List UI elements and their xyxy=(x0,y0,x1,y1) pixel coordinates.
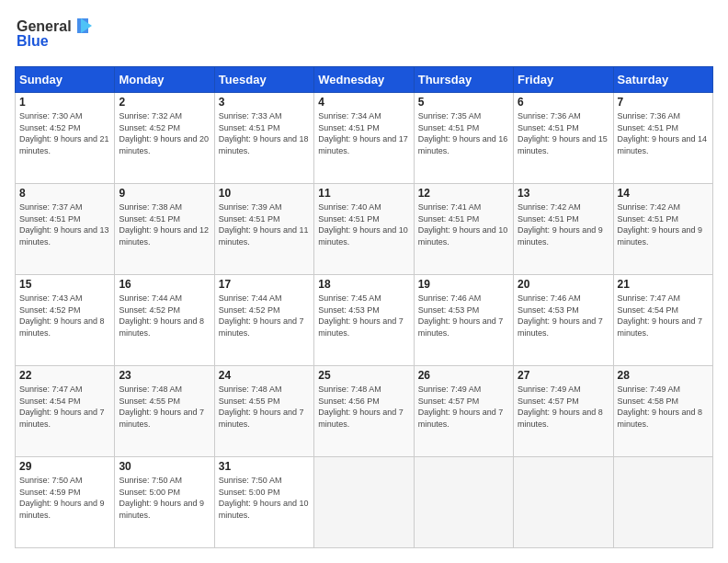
calendar-day-cell xyxy=(613,457,712,548)
calendar-day-cell xyxy=(314,457,414,548)
day-number: 6 xyxy=(518,96,609,109)
calendar-week-row: 8 Sunrise: 7:37 AMSunset: 4:51 PMDayligh… xyxy=(16,184,713,275)
day-number: 21 xyxy=(618,278,709,291)
calendar-day-cell: 15 Sunrise: 7:43 AMSunset: 4:52 PMDaylig… xyxy=(16,275,115,366)
day-info: Sunrise: 7:50 AMSunset: 5:00 PMDaylight:… xyxy=(219,475,310,521)
day-number: 18 xyxy=(318,278,409,291)
day-number: 27 xyxy=(518,369,609,382)
day-number: 23 xyxy=(119,369,210,382)
weekday-header-cell: Friday xyxy=(514,67,613,93)
day-number: 15 xyxy=(19,278,110,291)
calendar-day-cell: 3 Sunrise: 7:33 AMSunset: 4:51 PMDayligh… xyxy=(214,93,313,184)
calendar-day-cell: 18 Sunrise: 7:45 AMSunset: 4:53 PMDaylig… xyxy=(314,275,414,366)
day-info: Sunrise: 7:45 AMSunset: 4:53 PMDaylight:… xyxy=(318,293,409,339)
weekday-header-cell: Tuesday xyxy=(214,67,313,93)
header: General Blue xyxy=(15,15,713,57)
calendar-day-cell: 12 Sunrise: 7:41 AMSunset: 4:51 PMDaylig… xyxy=(414,184,513,275)
day-number: 17 xyxy=(219,278,310,291)
day-info: Sunrise: 7:49 AMSunset: 4:58 PMDaylight:… xyxy=(618,384,709,430)
calendar-day-cell: 9 Sunrise: 7:38 AMSunset: 4:51 PMDayligh… xyxy=(115,184,214,275)
day-info: Sunrise: 7:36 AMSunset: 4:51 PMDaylight:… xyxy=(518,110,609,156)
day-info: Sunrise: 7:30 AMSunset: 4:52 PMDaylight:… xyxy=(19,110,110,156)
calendar-day-cell: 26 Sunrise: 7:49 AMSunset: 4:57 PMDaylig… xyxy=(414,366,513,457)
calendar-day-cell: 14 Sunrise: 7:42 AMSunset: 4:51 PMDaylig… xyxy=(613,184,712,275)
logo: General Blue xyxy=(15,15,97,57)
day-info: Sunrise: 7:47 AMSunset: 4:54 PMDaylight:… xyxy=(19,384,110,430)
calendar-day-cell: 22 Sunrise: 7:47 AMSunset: 4:54 PMDaylig… xyxy=(16,366,115,457)
calendar-day-cell: 13 Sunrise: 7:42 AMSunset: 4:51 PMDaylig… xyxy=(514,184,613,275)
day-info: Sunrise: 7:40 AMSunset: 4:51 PMDaylight:… xyxy=(318,201,409,247)
calendar-day-cell: 31 Sunrise: 7:50 AMSunset: 5:00 PMDaylig… xyxy=(214,457,313,548)
calendar-day-cell: 21 Sunrise: 7:47 AMSunset: 4:54 PMDaylig… xyxy=(613,275,712,366)
day-info: Sunrise: 7:48 AMSunset: 4:55 PMDaylight:… xyxy=(119,384,210,430)
day-info: Sunrise: 7:32 AMSunset: 4:52 PMDaylight:… xyxy=(119,110,210,156)
calendar-day-cell: 24 Sunrise: 7:48 AMSunset: 4:55 PMDaylig… xyxy=(214,366,313,457)
weekday-header-cell: Wednesday xyxy=(314,67,414,93)
day-number: 12 xyxy=(418,187,509,200)
day-info: Sunrise: 7:33 AMSunset: 4:51 PMDaylight:… xyxy=(219,110,310,156)
calendar-week-row: 22 Sunrise: 7:47 AMSunset: 4:54 PMDaylig… xyxy=(16,366,713,457)
calendar-day-cell: 5 Sunrise: 7:35 AMSunset: 4:51 PMDayligh… xyxy=(414,93,513,184)
day-number: 30 xyxy=(119,460,210,473)
day-number: 13 xyxy=(518,187,609,200)
calendar-body: 1 Sunrise: 7:30 AMSunset: 4:52 PMDayligh… xyxy=(16,93,713,548)
day-info: Sunrise: 7:36 AMSunset: 4:51 PMDaylight:… xyxy=(618,110,709,156)
calendar-day-cell: 6 Sunrise: 7:36 AMSunset: 4:51 PMDayligh… xyxy=(514,93,613,184)
day-number: 26 xyxy=(418,369,509,382)
day-info: Sunrise: 7:47 AMSunset: 4:54 PMDaylight:… xyxy=(618,293,709,339)
day-info: Sunrise: 7:41 AMSunset: 4:51 PMDaylight:… xyxy=(418,201,509,247)
weekday-header-cell: Thursday xyxy=(414,67,513,93)
calendar-day-cell: 16 Sunrise: 7:44 AMSunset: 4:52 PMDaylig… xyxy=(115,275,214,366)
calendar-day-cell: 11 Sunrise: 7:40 AMSunset: 4:51 PMDaylig… xyxy=(314,184,414,275)
day-number: 31 xyxy=(219,460,310,473)
calendar-week-row: 15 Sunrise: 7:43 AMSunset: 4:52 PMDaylig… xyxy=(16,275,713,366)
day-number: 7 xyxy=(618,96,709,109)
calendar-week-row: 1 Sunrise: 7:30 AMSunset: 4:52 PMDayligh… xyxy=(16,93,713,184)
calendar-day-cell xyxy=(514,457,613,548)
weekday-header-cell: Sunday xyxy=(16,67,115,93)
calendar-day-cell: 27 Sunrise: 7:49 AMSunset: 4:57 PMDaylig… xyxy=(514,366,613,457)
calendar-day-cell: 20 Sunrise: 7:46 AMSunset: 4:53 PMDaylig… xyxy=(514,275,613,366)
calendar-day-cell: 8 Sunrise: 7:37 AMSunset: 4:51 PMDayligh… xyxy=(16,184,115,275)
day-number: 1 xyxy=(19,96,110,109)
day-number: 28 xyxy=(618,369,709,382)
day-info: Sunrise: 7:44 AMSunset: 4:52 PMDaylight:… xyxy=(119,293,210,339)
calendar-day-cell: 7 Sunrise: 7:36 AMSunset: 4:51 PMDayligh… xyxy=(613,93,712,184)
logo-icon: General Blue xyxy=(15,15,97,53)
day-number: 2 xyxy=(119,96,210,109)
calendar-week-row: 29 Sunrise: 7:50 AMSunset: 4:59 PMDaylig… xyxy=(16,457,713,548)
calendar-day-cell: 10 Sunrise: 7:39 AMSunset: 4:51 PMDaylig… xyxy=(214,184,313,275)
day-info: Sunrise: 7:44 AMSunset: 4:52 PMDaylight:… xyxy=(219,293,310,339)
day-number: 8 xyxy=(19,187,110,200)
page: General Blue SundayMondayTuesdayWednesda… xyxy=(0,0,728,563)
day-number: 29 xyxy=(19,460,110,473)
day-info: Sunrise: 7:48 AMSunset: 4:56 PMDaylight:… xyxy=(318,384,409,430)
day-number: 19 xyxy=(418,278,509,291)
day-info: Sunrise: 7:43 AMSunset: 4:52 PMDaylight:… xyxy=(19,293,110,339)
day-info: Sunrise: 7:42 AMSunset: 4:51 PMDaylight:… xyxy=(618,201,709,247)
calendar-day-cell: 29 Sunrise: 7:50 AMSunset: 4:59 PMDaylig… xyxy=(16,457,115,548)
weekday-header-row: SundayMondayTuesdayWednesdayThursdayFrid… xyxy=(16,67,713,93)
day-number: 16 xyxy=(119,278,210,291)
day-number: 10 xyxy=(219,187,310,200)
day-info: Sunrise: 7:46 AMSunset: 4:53 PMDaylight:… xyxy=(418,293,509,339)
day-number: 4 xyxy=(318,96,409,109)
svg-text:Blue: Blue xyxy=(17,33,49,49)
calendar-day-cell: 2 Sunrise: 7:32 AMSunset: 4:52 PMDayligh… xyxy=(115,93,214,184)
day-info: Sunrise: 7:39 AMSunset: 4:51 PMDaylight:… xyxy=(219,201,310,247)
day-info: Sunrise: 7:35 AMSunset: 4:51 PMDaylight:… xyxy=(418,110,509,156)
day-number: 5 xyxy=(418,96,509,109)
day-number: 14 xyxy=(618,187,709,200)
svg-text:General: General xyxy=(17,18,72,34)
calendar-day-cell: 19 Sunrise: 7:46 AMSunset: 4:53 PMDaylig… xyxy=(414,275,513,366)
day-number: 3 xyxy=(219,96,310,109)
calendar-day-cell: 25 Sunrise: 7:48 AMSunset: 4:56 PMDaylig… xyxy=(314,366,414,457)
day-info: Sunrise: 7:49 AMSunset: 4:57 PMDaylight:… xyxy=(518,384,609,430)
calendar-day-cell: 30 Sunrise: 7:50 AMSunset: 5:00 PMDaylig… xyxy=(115,457,214,548)
day-number: 11 xyxy=(318,187,409,200)
day-info: Sunrise: 7:50 AMSunset: 5:00 PMDaylight:… xyxy=(119,475,210,521)
day-info: Sunrise: 7:34 AMSunset: 4:51 PMDaylight:… xyxy=(318,110,409,156)
calendar-day-cell: 17 Sunrise: 7:44 AMSunset: 4:52 PMDaylig… xyxy=(214,275,313,366)
day-info: Sunrise: 7:49 AMSunset: 4:57 PMDaylight:… xyxy=(418,384,509,430)
calendar-day-cell xyxy=(414,457,513,548)
